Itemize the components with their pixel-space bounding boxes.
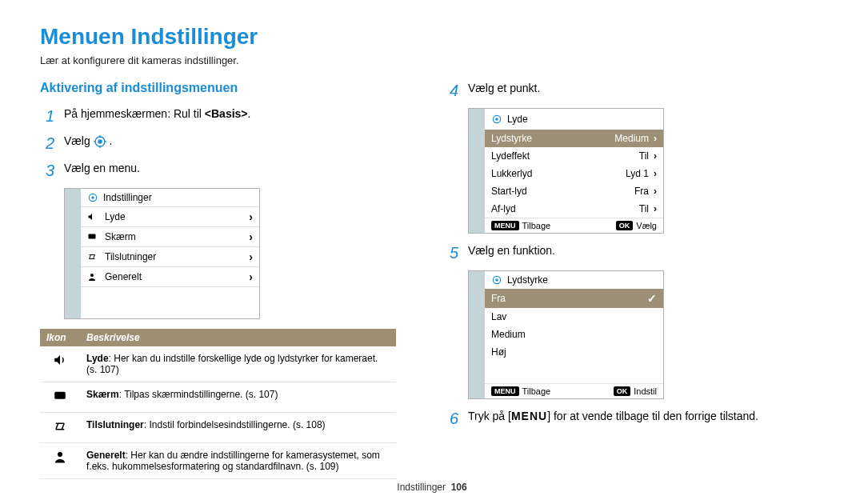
table-row: Tilslutninger: Indstil forbindelsesindst… [40,413,396,443]
menu-key-label: MENU [511,410,547,422]
svg-point-13 [495,118,498,121]
step-number-6: 6 [444,409,458,428]
footer-back-label: Tilbage [522,386,551,396]
list-item-label: Høj [491,346,506,358]
svg-point-15 [495,278,498,282]
step-1-pre: På hjemmeskærmen: Rul til [64,107,205,120]
chevron-right-icon: › [249,210,253,223]
table-row-desc: : Her kan du indstille forskellige lyde … [86,353,378,375]
step-number-2: 2 [40,134,54,153]
camera-screen-sounds: Lyde LydstyrkeMedium› LydeffektTil› Lukk… [468,108,664,234]
menu-tag: MENU [491,386,519,396]
screen4-title: Lyde [507,114,528,125]
screen5-title: Lydstyrke [507,274,548,286]
step-number-4: 4 [444,81,458,100]
list-item: Fra✓ [485,289,663,308]
step-number-5: 5 [444,243,458,262]
step-2-pre: Vælg [64,134,94,147]
chevron-right-icon: › [249,250,253,263]
gear-icon [94,135,106,148]
ok-tag: OK [616,221,634,230]
step-1-bold: <Basis> [205,107,248,120]
step-2-post: . [109,134,112,147]
list-item-label: Af-lyd [491,203,516,214]
chevron-right-icon: › [654,186,657,197]
list-item-value: Medium [614,133,649,144]
chevron-right-icon: › [249,230,253,243]
list-item-label: Lyde [105,211,126,222]
step-1-post: . [248,107,251,120]
step-1-text: På hjemmeskærmen: Rul til <Basis>. [64,106,420,122]
step-3-text: Vælg en menu. [64,161,420,177]
footer-back-label: Tilbage [522,221,551,230]
list-item: Generelt › [81,266,259,286]
svg-point-7 [91,196,94,199]
connections-icon [87,252,98,262]
chevron-right-icon: › [654,203,657,214]
list-item: Start-lydFra› [485,182,663,200]
list-item-label: Fra [491,293,506,304]
list-item: Lav [485,308,663,326]
svg-point-9 [90,274,94,277]
list-item: LydeffektTil› [485,147,663,165]
screen3-header: Indstillinger [81,189,259,206]
list-item: Lyde › [81,206,259,226]
connections-icon [53,419,67,436]
list-item-value: Til [639,150,649,162]
gear-icon [491,114,502,125]
screen4-footer: MENU Tilbage OK Vælg [485,218,663,233]
page-title: Menuen Indstillinger [40,24,824,50]
list-item: Tilslutninger › [81,246,259,266]
step-number-1: 1 [40,106,54,126]
table-row-name: Lyde [86,353,109,364]
table-row: Skærm: Tilpas skærmindstillingerne. (s. … [40,382,396,413]
table-row-desc: : Indstil forbindelsesindstillingerne. (… [144,419,326,430]
list-item: LydstyrkeMedium› [485,130,663,147]
table-header-desc: Beskrivelse [80,329,396,346]
svg-rect-10 [54,392,66,399]
chevron-right-icon: › [249,270,253,283]
menu-tag: MENU [491,221,519,230]
speaker-icon [87,212,98,222]
screen5-footer: MENU Tilbage OK Indstil [485,383,663,398]
table-row-name: Skærm [86,389,119,400]
table-row-desc: : Her kan du ændre indstillingerne for k… [86,450,380,472]
list-item-label: Medium [491,329,526,340]
step-6-pre: Tryk på [ [468,410,511,422]
page-subtitle: Lær at konfigurere dit kameras indstilli… [40,54,824,66]
check-icon: ✓ [647,292,657,305]
list-item: Medium [485,326,663,343]
icon-description-table: Ikon Beskrivelse Lyde: Her kan du indsti… [40,329,396,479]
section-heading: Aktivering af indstillingsmenuen [40,81,420,95]
step-6-post: ] for at vende tilbage til den forrige t… [547,410,758,422]
list-item: Skærm › [81,226,259,246]
list-item-value: Lyd 1 [626,168,649,179]
step-5-text: Vælg en funktion. [468,243,824,259]
footer-page-number: 106 [451,482,467,493]
chevron-right-icon: › [654,168,657,179]
screen-sidebar-strip [469,271,485,398]
chevron-right-icon: › [654,150,657,162]
footer-select-label: Indstil [634,386,657,396]
list-item: Af-lydTil› [485,200,663,218]
gear-icon [491,274,502,286]
camera-screen-menus: Indstillinger Lyde › Skærm › [64,188,260,319]
table-row-desc: : Tilpas skærmindstillingerne. (s. 107) [119,389,278,400]
display-icon [87,232,98,242]
screen5-header: Lydstyrke [485,271,663,289]
table-header-icon: Ikon [40,329,80,346]
step-6-text: Tryk på [MENU] for at vende tilbage til … [468,409,824,425]
list-item-label: Lydeffekt [491,150,530,162]
list-item-label: Skærm [105,231,136,242]
screen-sidebar-strip [65,189,81,318]
list-item-value: Til [639,203,649,214]
footer-select-label: Vælg [636,221,657,230]
table-row: Lyde: Her kan du indstille forskellige l… [40,346,396,382]
list-item-label: Generelt [105,271,142,282]
list-item-label: Tilslutninger [105,251,156,262]
screen-sidebar-strip [469,109,485,233]
gear-icon [87,192,98,203]
table-row-name: Generelt [86,450,126,461]
svg-point-1 [98,140,102,144]
chevron-right-icon: › [654,133,657,144]
